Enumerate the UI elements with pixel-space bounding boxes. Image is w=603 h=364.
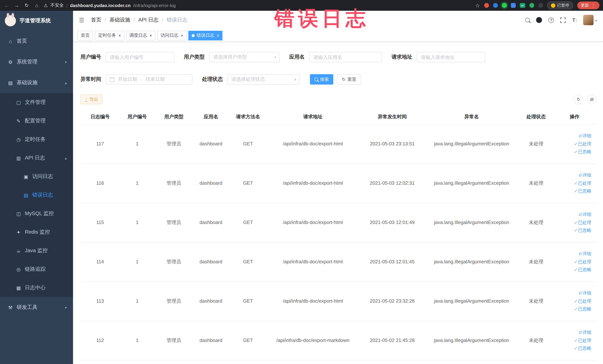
fullscreen-icon[interactable] xyxy=(560,17,566,23)
browser-back-icon[interactable] xyxy=(4,3,10,8)
font-size-icon[interactable] xyxy=(572,17,577,23)
tab[interactable]: 错误日志 xyxy=(188,31,222,40)
column-header[interactable]: 请求方法名 xyxy=(229,109,267,124)
cell-actions: 详细 已处理 已忽略 xyxy=(555,321,594,360)
check-icon xyxy=(574,298,577,305)
sidebar-item[interactable]: ⚒ 研发工具 xyxy=(0,297,73,318)
export-button[interactable]: 导出 xyxy=(81,94,102,104)
sidebar-item[interactable]: ✦ Redis 监控 xyxy=(0,223,73,241)
check-icon xyxy=(574,227,577,234)
browser-home-icon[interactable] xyxy=(34,3,40,8)
action-detail-label: 详细 xyxy=(582,329,591,336)
action-processed[interactable]: 已处理 xyxy=(574,338,591,344)
action-processed[interactable]: 已处理 xyxy=(574,180,591,187)
tab[interactable]: 定时任务 xyxy=(95,31,124,40)
extension-icon-red[interactable] xyxy=(484,3,489,8)
browser-reload-icon[interactable] xyxy=(24,3,30,8)
sidebar-item[interactable]: ✎ 配置管理 xyxy=(0,112,73,130)
bookmark-star-icon[interactable] xyxy=(475,2,480,8)
action-detail[interactable]: 详细 xyxy=(578,251,591,257)
column-header[interactable]: 请求地址 xyxy=(267,109,359,124)
help-icon[interactable] xyxy=(548,17,554,23)
process-status-select[interactable]: 请选择处理状态 xyxy=(227,74,300,84)
action-detail[interactable]: 详细 xyxy=(578,329,591,336)
sidebar-item[interactable]: ▢ 文件管理 xyxy=(0,93,73,112)
refresh-button[interactable] xyxy=(573,94,583,104)
not-secure-warning-icon xyxy=(44,3,48,8)
tab-close-icon[interactable] xyxy=(216,33,219,38)
sidebar-item[interactable]: ⚙ 系统管理 xyxy=(0,52,73,72)
request-url-input[interactable] xyxy=(417,52,485,62)
sidebar-item[interactable]: ⌂ 首页 xyxy=(0,31,73,52)
action-detail[interactable]: 详细 xyxy=(578,290,591,297)
action-ignored[interactable]: 已忽略 xyxy=(574,188,591,195)
sidebar-item[interactable]: ▦ 日志中心 xyxy=(0,279,73,297)
sidebar-item[interactable]: ▣ 访问日志 xyxy=(0,167,73,186)
table-row: 113 1 管理员 dashboard GET /api/infra/db-do… xyxy=(81,282,596,321)
extension-icon-leaf[interactable] xyxy=(529,3,534,8)
tab-label: 首页 xyxy=(81,32,90,39)
search-icon[interactable] xyxy=(525,18,530,22)
extension-icon-green-glow[interactable] xyxy=(502,3,507,8)
breadcrumb-item[interactable]: 错误日志 xyxy=(167,17,187,23)
user-type-select[interactable]: 请选择用户类型 xyxy=(209,52,279,62)
user-id-input[interactable] xyxy=(106,52,174,62)
sidebar-item[interactable]: ▥ API 日志 xyxy=(0,149,73,167)
breadcrumb-item[interactable]: 基础设施 xyxy=(109,17,138,23)
cell-exception-name: java.lang.IllegalArgumentException xyxy=(426,219,517,226)
sidebar-toggle-icon[interactable] xyxy=(79,16,84,23)
tab[interactable]: 访问日志 xyxy=(157,31,186,40)
column-header[interactable]: 异常名 xyxy=(426,109,517,124)
action-detail[interactable]: 详细 xyxy=(578,172,591,179)
tab[interactable]: 调度日志 xyxy=(126,31,155,40)
action-processed[interactable]: 已处理 xyxy=(574,141,591,147)
breadcrumb-item[interactable]: 首页 xyxy=(91,17,110,23)
extension-icon-on-badge[interactable]: on xyxy=(520,3,525,8)
sidebar-item[interactable]: ◎ 链路追踪 xyxy=(0,260,73,279)
action-ignored[interactable]: 已忽略 xyxy=(574,345,591,352)
action-detail[interactable]: 详细 xyxy=(578,133,591,140)
tab-close-icon[interactable] xyxy=(118,33,121,38)
kebab-menu-icon[interactable] xyxy=(591,3,596,8)
breadcrumb-item[interactable]: API 日志 xyxy=(138,17,167,23)
sidebar-item[interactable]: ☕ Java 监控 xyxy=(0,241,73,260)
action-processed[interactable]: 已处理 xyxy=(574,220,591,226)
column-header[interactable]: 用户编号 xyxy=(120,109,155,124)
action-ignored[interactable]: 已忽略 xyxy=(574,149,591,155)
action-processed[interactable]: 已处理 xyxy=(574,259,591,265)
extension-icon-dark[interactable] xyxy=(538,3,543,8)
action-processed[interactable]: 已处理 xyxy=(574,298,591,305)
address-bar[interactable]: 不安全 | dashboard.yudao.iocoder.cn/infra/l… xyxy=(44,2,176,9)
sidebar-item[interactable]: ◷ 定时任务 xyxy=(0,130,73,149)
action-ignored[interactable]: 已忽略 xyxy=(574,306,591,312)
view-icon xyxy=(578,290,582,297)
sidebar-item[interactable]: ▤ 错误日志 xyxy=(0,186,73,204)
column-header[interactable]: 日志编号 xyxy=(81,109,120,124)
sidebar-item[interactable]: ◫ MySQL 监控 xyxy=(0,204,73,223)
github-icon[interactable] xyxy=(536,17,542,23)
column-header[interactable]: 操作 xyxy=(555,109,594,124)
update-button[interactable]: 更新 xyxy=(577,1,599,9)
column-header[interactable]: 异常发生时间 xyxy=(359,109,426,124)
tab-close-icon[interactable] xyxy=(149,33,152,38)
extension-icon-grid[interactable] xyxy=(511,3,515,8)
extension-icon-blue[interactable] xyxy=(493,3,498,8)
column-header[interactable]: 应用名 xyxy=(193,109,229,124)
browser-forward-icon[interactable] xyxy=(14,3,20,8)
reset-button[interactable]: 重置 xyxy=(337,74,361,84)
app-name-input[interactable] xyxy=(309,52,382,62)
column-settings-button[interactable] xyxy=(587,94,596,104)
action-ignored[interactable]: 已忽略 xyxy=(574,267,591,273)
column-header[interactable]: 用户类型 xyxy=(155,109,193,124)
user-menu[interactable] xyxy=(583,15,597,25)
action-ignored[interactable]: 已忽略 xyxy=(574,227,591,234)
cell-request-url: /api/infra/db-doc/export-html xyxy=(267,298,359,305)
action-detail[interactable]: 详细 xyxy=(578,211,591,218)
sidebar-item[interactable]: ▤ 基础设施 xyxy=(0,72,73,93)
paused-badge[interactable]: 已暂停 xyxy=(547,1,573,9)
date-range-picker[interactable]: 开始日期 - 结束日期 xyxy=(106,74,192,84)
column-header[interactable]: 处理状态 xyxy=(517,109,555,124)
tab[interactable]: 首页 xyxy=(78,31,93,40)
search-button[interactable]: 搜索 xyxy=(310,74,333,84)
tab-close-icon[interactable] xyxy=(180,33,183,38)
